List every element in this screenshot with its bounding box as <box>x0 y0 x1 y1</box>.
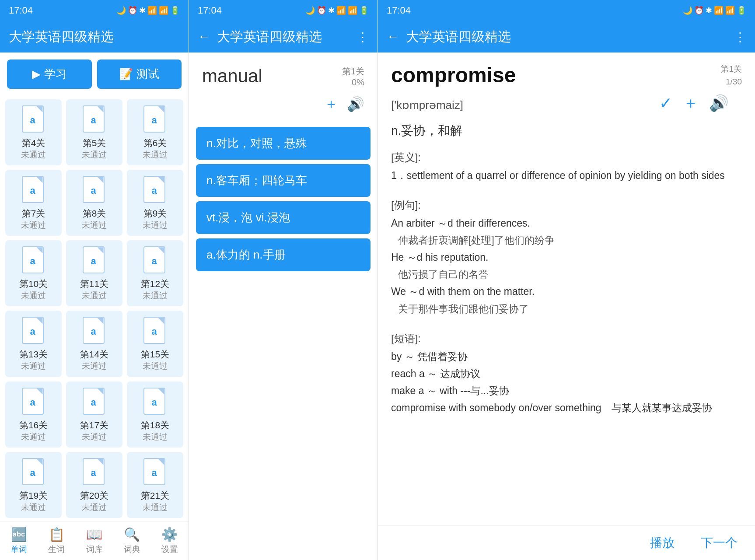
level-grid-item[interactable]: a 第5关 未通过 <box>66 99 122 165</box>
phonetic: ['kɒmprəmaiz] <box>391 98 463 112</box>
choice-1[interactable]: n.对比，对照，悬殊 <box>196 127 371 160</box>
choice-4[interactable]: a.体力的 n.手册 <box>196 238 371 271</box>
level-grid-item[interactable]: a 第15关 未通过 <box>127 311 183 377</box>
signal2-icon2: 📶 <box>348 6 357 15</box>
file-icon: a <box>143 105 167 133</box>
english-def-section: [英义]: 1．settlement of a quarrel or diffe… <box>378 146 755 189</box>
level-grid-item[interactable]: a 第12关 未通过 <box>127 240 183 306</box>
top-bar-mid: ← 大学英语四级精选 ⋮ <box>189 21 378 52</box>
lesson-label: 第1关 <box>342 66 364 77</box>
file-icon: a <box>83 246 106 274</box>
time-mid: 17:04 <box>198 5 222 16</box>
nav-settings[interactable]: ⚙️ 设置 <box>151 522 189 560</box>
level-grid-item[interactable]: a 第17关 未通过 <box>66 382 122 448</box>
example-2-en: He ～d his reputation. <box>391 249 742 266</box>
example-1-en: An arbiter ～d their differences. <box>391 215 742 232</box>
more-button-mid[interactable]: ⋮ <box>357 30 369 44</box>
signal-icon3: 📶 <box>714 6 724 15</box>
file-icon: a <box>22 317 45 345</box>
word-detail-header: compromise 第1关 1/30 <box>378 52 755 92</box>
battery-icon3: 🔋 <box>737 6 746 15</box>
nav-words[interactable]: 🔤 单词 <box>0 522 38 560</box>
nav-dict[interactable]: 🔍 词典 <box>113 522 151 560</box>
example-3-en: We ～d with them on the matter. <box>391 283 742 300</box>
lesson-counter: 第1关 <box>720 63 742 76</box>
back-button-mid[interactable]: ← <box>198 30 210 44</box>
top-bar-left: 大学英语四级精选 <box>0 21 189 52</box>
status-bar-left: 17:04 🌙 ⏰ ✱ 📶 📶 🔋 <box>0 0 189 21</box>
moon-icon2: 🌙 <box>305 6 315 15</box>
signal-icon2: 📶 <box>336 6 346 15</box>
panel-right: 17:04 🌙 ⏰ ✱ 📶 📶 🔋 ← 大学英语四级精选 ⋮ compromis… <box>378 0 755 560</box>
phrases-section: [短语]: by ～ 凭借着妥协 reach a ～ 达成协议 make a ～… <box>378 327 755 421</box>
play-button[interactable]: 播放 <box>650 535 675 551</box>
level-grid-item[interactable]: a 第6关 未通过 <box>127 99 183 165</box>
add-button-right[interactable]: ＋ <box>683 92 699 114</box>
level-grid-item[interactable]: a 第8关 未通过 <box>66 170 122 236</box>
level-grid-item[interactable]: a 第19关 未通过 <box>5 452 62 518</box>
progress-label: 0% <box>342 77 364 88</box>
file-icon: a <box>83 176 106 204</box>
add-word-button[interactable]: ＋ <box>324 94 338 114</box>
word-actions-right: ✓ ＋ 🔊 <box>646 92 742 118</box>
app-title-right: 大学英语四级精选 <box>406 28 511 46</box>
newwords-icon: 📋 <box>49 527 65 542</box>
choice-3[interactable]: vt.浸，泡 vi.浸泡 <box>196 201 371 234</box>
nav-wordlib[interactable]: 📖 词库 <box>75 522 113 560</box>
level-grid-item[interactable]: a 第7关 未通过 <box>5 170 62 236</box>
next-button[interactable]: 下一个 <box>701 535 738 551</box>
file-icon: a <box>22 388 45 416</box>
more-button-right[interactable]: ⋮ <box>734 30 746 44</box>
file-icon: a <box>83 458 106 486</box>
status-bar-right: 17:04 🌙 ⏰ ✱ 📶 📶 🔋 <box>378 0 755 21</box>
choice-2[interactable]: n.客车厢；四轮马车 <box>196 164 371 197</box>
example-2-zh: 他污损了自己的名誉 <box>391 266 742 283</box>
example-3-zh: 关于那件事我们跟他们妥协了 <box>391 301 742 318</box>
file-icon: a <box>143 317 167 345</box>
audio-button-right[interactable]: 🔊 <box>709 94 729 112</box>
level-grid-item[interactable]: a 第16关 未通过 <box>5 382 62 448</box>
nav-newwords[interactable]: 📋 生词 <box>38 522 75 560</box>
english-def-label: [英义]: <box>391 150 742 164</box>
level-grid-item[interactable]: a 第9关 未通过 <box>127 170 183 236</box>
btn-row: ▶ 学习 📝 测试 <box>0 52 189 96</box>
file-icon: a <box>22 246 45 274</box>
level-grid-item[interactable]: a 第13关 未通过 <box>5 311 62 377</box>
audio-button-mid[interactable]: 🔊 <box>347 96 364 112</box>
wordlib-icon: 📖 <box>86 527 102 542</box>
phrase-3: make a ～ with ---与...妥协 <box>391 382 742 399</box>
panel-mid: 17:04 🌙 ⏰ ✱ 📶 📶 🔋 ← 大学英语四级精选 ⋮ manual 第1… <box>189 0 378 560</box>
phrase-1: by ～ 凭借着妥协 <box>391 348 742 365</box>
file-icon: a <box>22 176 45 204</box>
learn-button[interactable]: ▶ 学习 <box>7 60 92 89</box>
level-grid-item[interactable]: a 第11关 未通过 <box>66 240 122 306</box>
moon-icon3: 🌙 <box>683 6 692 15</box>
level-grid-item[interactable]: a 第14关 未通过 <box>66 311 122 377</box>
level-grid-item[interactable]: a 第21关 未通过 <box>127 452 183 518</box>
word-counter: 第1关 1/30 <box>720 63 742 88</box>
file-icon: a <box>83 105 106 133</box>
words-icon: 🔤 <box>11 527 27 542</box>
test-button[interactable]: 📝 测试 <box>97 60 182 89</box>
settings-icon: ⚙️ <box>161 527 178 542</box>
file-icon: a <box>22 458 45 486</box>
bluetooth-icon2: ✱ <box>328 6 335 15</box>
level-grid-item[interactable]: a 第20关 未通过 <box>66 452 122 518</box>
level-grid-item[interactable]: a 第10关 未通过 <box>5 240 62 306</box>
level-grid-item[interactable]: a 第4关 未通过 <box>5 99 62 165</box>
word-actions-mid: ＋ 🔊 <box>189 94 378 122</box>
alarm-icon3: ⏰ <box>694 6 704 15</box>
file-icon: a <box>143 176 167 204</box>
level-grid-item[interactable]: a 第18关 未通过 <box>127 382 183 448</box>
edit-icon: 📝 <box>119 67 133 81</box>
phrases-content: by ～ 凭借着妥协 reach a ～ 达成协议 make a ～ with … <box>391 348 742 416</box>
check-button[interactable]: ✓ <box>659 94 672 112</box>
word-display: manual <box>202 66 262 87</box>
file-icon: a <box>143 388 167 416</box>
back-button-right[interactable]: ← <box>387 30 399 44</box>
word-pos-def: n.妥协，和解 <box>378 122 755 146</box>
word-meta: 第1关 0% <box>342 66 364 88</box>
bottom-nav: 🔤 单词 📋 生词 📖 词库 🔍 词典 ⚙️ 设置 <box>0 522 189 560</box>
examples-section: [例句]: An arbiter ～d their differences. 仲… <box>378 194 755 322</box>
alarm-icon2: ⏰ <box>317 6 326 15</box>
